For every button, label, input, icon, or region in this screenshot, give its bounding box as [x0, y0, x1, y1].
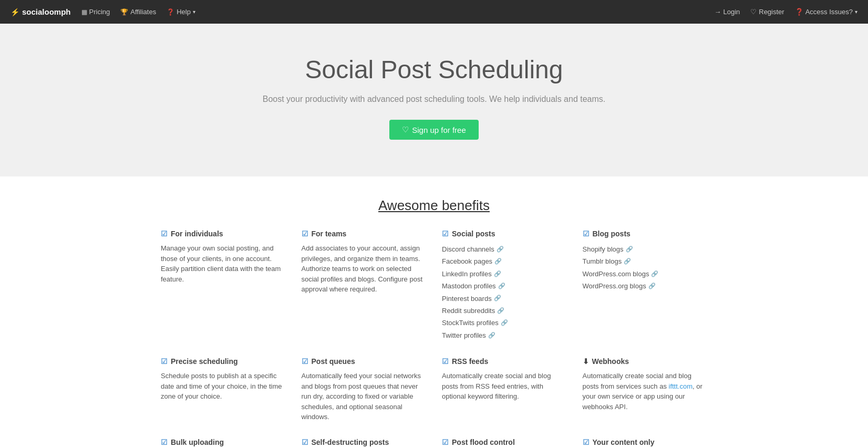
check-icon: ☑: [302, 230, 308, 238]
link-icon: 🔗: [501, 318, 508, 328]
nav-login[interactable]: → Login: [714, 8, 740, 16]
list-item-label: Pinterest boards: [442, 293, 492, 305]
check-icon: ☑: [161, 230, 168, 238]
benefit-webhooks: ⬇ Webhooks Automatically create social a…: [583, 357, 708, 422]
social-posts-list: Discord channels🔗 Facebook pages🔗 Linked…: [442, 243, 567, 341]
signup-heart-icon: ♡: [402, 125, 409, 134]
link-icon: 🔗: [648, 281, 656, 291]
list-item-label: LinkedIn profiles: [442, 268, 492, 280]
nav-pricing[interactable]: ▦ Pricing: [81, 8, 110, 16]
list-item: Pinterest boards🔗: [442, 293, 567, 305]
check-icon: ☑: [442, 357, 449, 366]
hero-subtitle: Boost your productivity with advanced po…: [182, 95, 686, 104]
check-icon: ☑: [302, 357, 308, 366]
affiliates-icon: 🏆: [120, 8, 128, 16]
link-icon: 🔗: [624, 256, 631, 267]
help-icon: ❓: [167, 8, 174, 16]
benefit-title: Your content only: [593, 438, 655, 446]
benefit-header: ☑ Precise scheduling: [161, 357, 286, 366]
link-icon: 🔗: [488, 330, 495, 341]
list-item-label: Shopify blogs: [583, 243, 624, 255]
brand-name: socialoomph: [22, 7, 71, 16]
benefit-text: Add associates to your account, assign p…: [302, 243, 427, 295]
benefit-header: ☑ For teams: [302, 230, 427, 238]
list-item-label: WordPress.org blogs: [583, 280, 646, 292]
ifttt-link[interactable]: ifttt.com: [669, 382, 693, 390]
benefit-your-content-only: ☑ Your content only Have peace of mind t…: [583, 438, 708, 448]
benefit-for-individuals: ☑ For individuals Manage your own social…: [161, 230, 286, 341]
list-item-label: Reddit subreddits: [442, 305, 495, 317]
hero-title: Social Post Scheduling: [182, 55, 686, 84]
download-icon: ⬇: [583, 357, 589, 366]
benefit-self-destructing: ☑ Self-destructing posts Avoid confusing…: [302, 438, 427, 448]
benefit-for-teams: ☑ For teams Add associates to your accou…: [302, 230, 427, 341]
benefit-post-queues: ☑ Post queues Automatically feed your so…: [302, 357, 427, 422]
check-icon: ☑: [161, 357, 168, 366]
check-icon: ☑: [161, 438, 168, 446]
link-icon: 🔗: [497, 306, 504, 316]
list-item: LinkedIn profiles🔗: [442, 268, 567, 280]
check-icon: ☑: [442, 230, 449, 238]
list-item-label: Discord channels: [442, 243, 494, 255]
link-icon: 🔗: [494, 269, 501, 279]
link-icon: 🔗: [626, 244, 633, 255]
blog-posts-list: Shopify blogs🔗 Tumblr blogs🔗 WordPress.c…: [583, 243, 708, 293]
link-icon: 🔗: [651, 269, 658, 279]
benefit-title: Bulk uploading: [171, 438, 224, 446]
benefits-section: Awesome benefits ☑ For individuals Manag…: [145, 197, 723, 448]
nav-access-issues[interactable]: ❓ Access Issues? ▾: [795, 8, 857, 16]
check-icon: ☑: [583, 230, 590, 238]
benefit-social-posts: ☑ Social posts Discord channels🔗 Faceboo…: [442, 230, 567, 341]
access-dropdown-icon: ▾: [855, 9, 857, 15]
benefit-header: ☑ Bulk uploading: [161, 438, 286, 446]
benefit-text: Automatically create social and blog pos…: [583, 371, 708, 412]
list-item: WordPress.com blogs🔗: [583, 268, 708, 280]
benefit-title: Social posts: [452, 230, 495, 238]
benefit-header: ⬇ Webhooks: [583, 357, 708, 366]
benefit-precise-scheduling: ☑ Precise scheduling Schedule posts to p…: [161, 357, 286, 422]
nav-access-issues-label: Access Issues?: [805, 8, 853, 16]
benefit-header: ☑ RSS feeds: [442, 357, 567, 366]
navbar-left: ⚡ socialoomph ▦ Pricing 🏆 Affiliates ❓ H…: [11, 7, 714, 16]
benefit-title: Post queues: [312, 357, 355, 366]
nav-help[interactable]: ❓ Help ▾: [167, 8, 195, 16]
benefit-text: Manage your own social posting, and thos…: [161, 243, 286, 284]
ifttt-link-text: ifttt.com: [669, 382, 693, 390]
check-icon: ☑: [442, 438, 449, 446]
list-item: Facebook pages🔗: [442, 255, 567, 267]
list-item-label: Mastodon profiles: [442, 280, 496, 292]
nav-register[interactable]: ♡ Register: [750, 8, 784, 16]
benefit-bulk-uploading: ☑ Bulk uploading Craft posts on your com…: [161, 438, 286, 448]
benefit-header: ☑ Post flood control: [442, 438, 567, 446]
benefit-text: Schedule posts to publish at a specific …: [161, 371, 286, 402]
list-item: Twitter profiles🔗: [442, 329, 567, 341]
benefit-header: ☑ Self-destructing posts: [302, 438, 427, 446]
nav-pricing-label: Pricing: [89, 8, 110, 16]
nav-help-label: Help: [177, 8, 191, 16]
benefit-header: ☑ For individuals: [161, 230, 286, 238]
benefit-title: Post flood control: [452, 438, 515, 446]
list-item-label: Tumblr blogs: [583, 255, 622, 267]
benefit-header: ☑ Blog posts: [583, 230, 708, 238]
brand-icon: ⚡: [11, 8, 19, 16]
benefit-blog-posts: ☑ Blog posts Shopify blogs🔗 Tumblr blogs…: [583, 230, 708, 341]
signup-button[interactable]: ♡ Sign up for free: [389, 120, 479, 140]
help-dropdown-icon: ▾: [193, 9, 195, 15]
benefit-title: RSS feeds: [452, 357, 488, 366]
benefits-grid: ☑ For individuals Manage your own social…: [161, 230, 707, 448]
navbar: ⚡ socialoomph ▦ Pricing 🏆 Affiliates ❓ H…: [0, 0, 868, 24]
nav-affiliates[interactable]: 🏆 Affiliates: [120, 8, 156, 16]
nav-register-label: Register: [759, 8, 784, 16]
list-item-label: Twitter profiles: [442, 329, 486, 341]
link-icon: 🔗: [497, 244, 504, 255]
list-item-label: StockTwits profiles: [442, 317, 499, 329]
brand-logo[interactable]: ⚡ socialoomph: [11, 7, 71, 16]
list-item: Shopify blogs🔗: [583, 243, 708, 255]
pricing-icon: ▦: [81, 8, 87, 16]
list-item: Mastodon profiles🔗: [442, 280, 567, 292]
benefit-header: ☑ Your content only: [583, 438, 708, 446]
hero-inner: Social Post Scheduling Boost your produc…: [182, 55, 686, 140]
check-icon: ☑: [583, 438, 590, 446]
benefit-text: Automatically feed your social networks …: [302, 371, 427, 422]
link-icon: 🔗: [494, 293, 501, 304]
